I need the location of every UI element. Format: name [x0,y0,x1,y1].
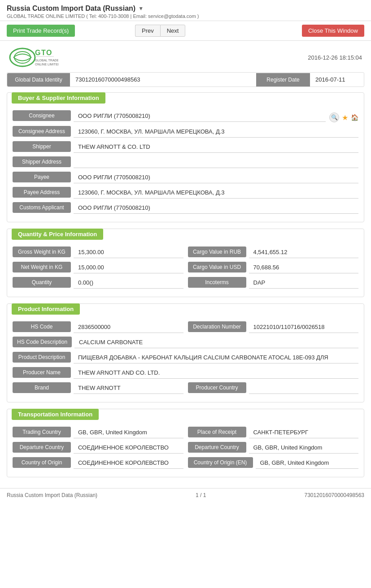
trading-country-field: Trading Country GB, GBR, United Kingdom [13,427,183,438]
qty-row-2: Net Weight in KG 15,000.00 Cargo Value i… [13,262,358,273]
customs-applicant-value: ООО РИГЛИ (7705008210) [74,202,358,214]
departure-country-en-label: Departure Country [188,442,246,453]
hs-code-label: HS Code [13,321,71,332]
departure-country-ru-field: Departure Country СОЕДИНЕННОЕ КОРОЛЕВСТВ… [13,442,183,454]
star-icon[interactable]: ★ [342,113,348,122]
declaration-number-value: 10221010/110716/0026518 [249,321,359,333]
net-weight-value: 15,000.00 [74,262,183,273]
hs-desc-label: HS Code Description [13,337,72,347]
transport-row-2: Departure Country СОЕДИНЕННОЕ КОРОЛЕВСТВ… [13,442,358,454]
next-button[interactable]: Next [160,25,186,37]
quantity-value: 0.00() [74,277,183,289]
buyer-supplier-section: Buyer & Supplier Information Consignee О… [7,92,364,222]
shipper-address-row: Shipper Address [13,156,358,168]
nav-buttons: Prev Next [135,25,185,37]
place-of-receipt-field: Place of Receipt САНКТ-ПЕТЕРБУРГ [188,427,359,438]
home-icon[interactable]: 🏠 [351,114,358,121]
register-date-label: Register Date [256,73,310,86]
transportation-title: Transportation Information [12,409,99,420]
producer-country-value [249,382,359,394]
print-button[interactable]: Print Trade Record(s) [7,25,75,37]
departure-country-en-field: Departure Country GB, GBR, United Kingdo… [188,442,359,454]
quantity-label: Quantity [13,277,71,288]
company-logo: G T O GLOBAL TRADE ONLINE LIMITED [9,46,58,69]
cargo-rub-value: 4,541,655.12 [249,246,359,258]
producer-country-field: Producer Country [188,382,359,394]
incoterms-field: Incoterms DAP [188,277,359,289]
departure-country-en-value: GB, GBR, United Kingdom [249,442,359,454]
gross-weight-field: Gross Weight in KG 15,300.00 [13,246,183,258]
customs-applicant-row: Customs Applicant ООО РИГЛИ (7705008210) [13,202,358,214]
consignee-label: Consignee [13,110,71,121]
brand-field: Brand THEW ARNOTT [13,382,183,394]
global-data-identity-label: Global Data Identity [7,73,70,86]
incoterms-label: Incoterms [188,277,246,288]
svg-text:ONLINE LIMITED: ONLINE LIMITED [35,63,58,66]
cargo-usd-label: Cargo Value in USD [188,262,246,272]
cargo-usd-value: 70,688.56 [249,262,359,273]
gross-weight-label: Gross Weight in KG [13,246,71,257]
prev-button[interactable]: Prev [135,25,160,37]
payee-address-value: 123060, Г. МОСКВА, УЛ. МАРШАЛА МЕРЕЦКОВА… [74,187,358,199]
page-header: Russia Custom Import Data (Russian) ▼ GL… [0,0,371,21]
main-content: Global Data Identity 7301201607000049856… [0,72,371,488]
shipper-value: THEW ARNOTT & CO. LTD [74,141,358,153]
country-origin-en-field: Country of Origin (EN) GB, GBR, United K… [188,457,359,469]
quantity-price-section: Quantity & Price Information Gross Weigh… [7,229,364,297]
shipper-row: Shipper THEW ARNOTT & CO. LTD [13,141,358,153]
payee-address-row: Payee Address 123060, Г. МОСКВА, УЛ. МАР… [13,187,358,199]
gross-weight-value: 15,300.00 [74,246,183,258]
product-info-section: Product Information HS Code 2836500000 D… [7,303,364,402]
payee-value: ООО РИГЛИ (7705008210) [74,172,358,183]
producer-name-label: Producer Name [13,367,71,378]
cargo-rub-label: Cargo Value in RUB [188,246,246,257]
consignee-icons: 🔍 ★ 🏠 [326,110,358,122]
svg-text:O: O [46,49,52,56]
toolbar: Print Trade Record(s) Prev Next Close Th… [0,21,371,41]
producer-country-label: Producer Country [188,382,246,393]
close-window-button[interactable]: Close This Window [302,25,364,37]
record-date: 2016-12-26 18:15:04 [308,54,362,61]
page-footer: Russia Custom Import Data (Russian) 1 / … [0,488,371,502]
svg-text:T: T [41,49,46,56]
payee-label: Payee [13,172,71,182]
hs-code-value: 2836500000 [74,321,183,333]
footer-center: 1 / 1 [196,492,206,498]
hs-code-field: HS Code 2836500000 [13,321,183,333]
consignee-value: ООО РИГЛИ (7705008210) [74,110,326,122]
svg-point-1 [14,52,31,63]
qty-row-1: Gross Weight in KG 15,300.00 Cargo Value… [13,246,358,258]
quantity-price-title: Quantity & Price Information [12,229,103,240]
country-origin-ru-value: СОЕДИНЕННОЕ КОРОЛЕВСТВО [74,457,183,469]
country-origin-en-label: Country of Origin (EN) [188,457,253,468]
transportation-section: Transportation Information Trading Count… [7,409,364,477]
trading-country-label: Trading Country [13,427,71,437]
buyer-supplier-title: Buyer & Supplier Information [12,92,105,104]
payee-row: Payee ООО РИГЛИ (7705008210) [13,172,358,183]
title-arrow-icon: ▼ [138,5,144,12]
payee-address-label: Payee Address [13,187,71,198]
country-origin-ru-field: Country of Origin СОЕДИНЕННОЕ КОРОЛЕВСТВ… [13,457,183,469]
global-data-identity-value: 73012016070000498563 [70,73,256,86]
hs-desc-value: CALCIUM CARBONATE [74,337,358,348]
product-desc-value: ПИЩЕВАЯ ДОБАВКА - КАРБОНАТ КАЛЬЦИЯ CALCI… [74,352,358,363]
product-desc-row: Product Description ПИЩЕВАЯ ДОБАВКА - КА… [13,352,358,363]
country-origin-ru-label: Country of Origin [13,457,71,468]
customs-applicant-label: Customs Applicant [13,202,71,213]
product-info-body: HS Code 2836500000 Declaration Number 10… [7,320,364,402]
hs-desc-row: HS Code Description CALCIUM CARBONATE [13,337,358,348]
qty-row-3: Quantity 0.00() Incoterms DAP [13,277,358,289]
footer-right: 73012016070000498563 [305,492,364,498]
search-icon[interactable]: 🔍 [329,112,339,122]
svg-text:G: G [35,49,40,56]
product-info-title: Product Information [12,303,80,315]
trading-country-value: GB, GBR, United Kingdom [74,427,183,438]
cargo-usd-field: Cargo Value in USD 70,688.56 [188,262,359,273]
incoterms-value: DAP [249,277,359,289]
footer-left: Russia Custom Import Data (Russian) [7,492,97,498]
brand-label: Brand [13,382,71,393]
shipper-address-value [74,156,358,168]
brand-producer-row: Brand THEW ARNOTT Producer Country [13,382,358,394]
product-desc-label: Product Description [13,352,71,363]
app-subtitle: GLOBAL TRADE ONLINE LIMITED ( Tel: 400-7… [7,13,364,19]
